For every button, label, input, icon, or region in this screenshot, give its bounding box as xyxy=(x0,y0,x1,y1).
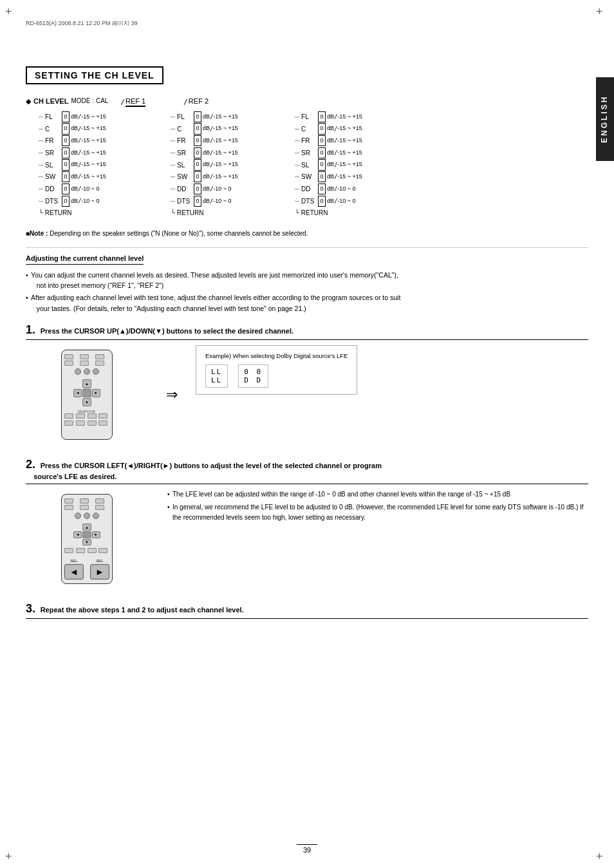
channels-grid: ─ FL 0 dB / -15 ~ +15 ─ C 0 dB / -15 ~ +… xyxy=(39,111,588,218)
crosshair-br xyxy=(596,850,609,863)
step1-text: Press the CURSOR UP(▲)/DOWN(▼) buttons t… xyxy=(41,327,293,335)
example-label: Example) When selecting Dolby Digital so… xyxy=(205,352,348,359)
sel-left-btn[interactable]: ◄ xyxy=(64,564,84,580)
step3-number: 3. xyxy=(26,602,35,615)
ref1-dts-row: ─ DTS 0 dB / -10 ~ 0 xyxy=(171,195,290,207)
cal-c-row: ─ C 0 dB / -15 ~ +15 xyxy=(39,123,158,135)
cal-dts-row: ─ DTS 0 dB / -10 ~ 0 xyxy=(39,195,158,207)
ref1-label: REF 1 xyxy=(126,97,145,107)
step2-top-buttons xyxy=(64,498,109,510)
cal-fl-row: ─ FL 0 dB / -15 ~ +15 xyxy=(39,111,158,123)
r-bottom-6 xyxy=(76,420,85,426)
remote-btn-6 xyxy=(95,361,104,366)
s2-nav-right[interactable]: ► xyxy=(92,531,100,538)
remote-top-buttons xyxy=(64,354,109,366)
s2-circle-1 xyxy=(75,513,81,519)
step1-header: 1. Press the CURSOR UP(▲)/DOWN(▼) button… xyxy=(26,323,588,340)
slash-ref2: / xyxy=(184,97,187,107)
ref1-fr-row: ─ FR 0 dB / -15 ~ +15 xyxy=(171,135,290,147)
step3-text: Repeat the above steps 1 and 2 to adjust… xyxy=(41,606,244,614)
nav-right-btn[interactable]: ► xyxy=(92,389,100,397)
remote-btn-2 xyxy=(80,354,89,359)
cal-sl-row: ─ SL 0 dB / -15 ~ +15 xyxy=(39,159,158,171)
s2-btn-1 xyxy=(64,498,73,504)
remote-bottom-btns xyxy=(64,413,109,419)
ref2-column: ─ FL 0 dB / -15 ~ +15 ─ C 0 dB / -15 ~ +… xyxy=(295,111,414,218)
remote-btn-5 xyxy=(80,361,89,366)
ch-level-label: CH LEVEL xyxy=(33,97,68,105)
s2-b-1 xyxy=(64,548,73,553)
ref2-fl-row: ─ FL 0 dB / -15 ~ +15 xyxy=(295,111,414,123)
step1-arrow: ⇒ xyxy=(166,386,178,403)
s2-nav-left[interactable]: ◄ xyxy=(73,531,82,538)
cal-column: ─ FL 0 dB / -15 ~ +15 ─ C 0 dB / -15 ~ +… xyxy=(39,111,158,218)
ref1-column: ─ FL 0 dB / -15 ~ +15 ─ C 0 dB / -15 ~ +… xyxy=(171,111,290,218)
ref2-sr-row: ─ SR 0 dB / -15 ~ +15 xyxy=(295,147,414,159)
step2-content: ▲ ◄ ► ▼ SEL ◄ xyxy=(26,489,588,589)
ref2-sl-row: ─ SL 0 dB / -15 ~ +15 xyxy=(295,159,414,171)
step2-notes: The LFE level can be adjusted within the… xyxy=(167,489,588,523)
nav-cross-step2: ▲ ◄ ► ▼ xyxy=(73,524,100,545)
diamond-icon: ◆ xyxy=(26,97,31,106)
s2-nav-up[interactable]: ▲ xyxy=(82,524,91,531)
remote-btn-4 xyxy=(64,361,73,366)
header-meta: RD-6513(A) 2008.8.21 12:20 PM 페이지 39 xyxy=(26,19,588,28)
r-bottom-3 xyxy=(88,413,97,419)
nav-left-btn[interactable]: ◄ xyxy=(73,389,82,397)
ref2-return-row: └ RETURN xyxy=(295,207,414,218)
english-label: ENGLISH xyxy=(600,95,609,143)
step2-section: 2. Press the CURSOR LEFT(◄)/RIGHT(►) but… xyxy=(26,458,588,589)
r-bottom-1 xyxy=(64,413,73,419)
remote-btn-1 xyxy=(64,354,73,359)
s2-circle-3 xyxy=(93,513,99,519)
adjusting-bullet-2: After adjusting each channel level with … xyxy=(26,292,588,314)
cal-sr-row: ─ SR 0 dB / -15 ~ +15 xyxy=(39,147,158,159)
step2-remote: ▲ ◄ ► ▼ SEL ◄ xyxy=(26,489,148,589)
ref2-label: REF 2 xyxy=(189,97,209,105)
ref1-dd-row: ─ DD 0 dB / -10 ~ 0 xyxy=(171,183,290,195)
ref2-dd-row: ─ DD 0 dB / -10 ~ 0 xyxy=(295,183,414,195)
ref1-sl-row: ─ SL 0 dB / -15 ~ +15 xyxy=(171,159,290,171)
step1-number: 1. xyxy=(26,323,35,336)
s2-btn-4 xyxy=(64,505,73,510)
lcd-display: LL LL 0 0 D D xyxy=(205,364,348,388)
s2-btn-2 xyxy=(80,498,89,504)
nav-center-btn[interactable] xyxy=(82,389,91,397)
r-bottom-2 xyxy=(76,413,85,419)
step2-note-2: In general, we recommend the LFE level t… xyxy=(167,502,588,523)
mode-value: : CAL xyxy=(92,97,108,104)
ref1-return-row: └ RETURN xyxy=(171,207,290,218)
ref1-sr-row: ─ SR 0 dB / -15 ~ +15 xyxy=(171,147,290,159)
s2-b-2 xyxy=(76,548,85,553)
adjusting-section: Adjusting the current channel level You … xyxy=(26,254,588,314)
slash-ref1: / xyxy=(121,97,124,107)
step2-note-1: The LFE level can be adjusted within the… xyxy=(167,489,588,500)
lcd-left: LL LL xyxy=(205,364,228,388)
step2-number: 2. xyxy=(26,458,35,471)
cal-dd-row: ─ DD 0 dB / -10 ~ 0 xyxy=(39,183,158,195)
sel-right-label: SEL xyxy=(96,559,103,563)
nav-up-btn[interactable]: ▲ xyxy=(82,379,91,388)
page-number: 39 xyxy=(297,844,317,855)
display-example-step1: Example) When selecting Dolby Digital so… xyxy=(196,345,357,395)
ref1-sw-row: ─ SW 0 dB / -15 ~ +15 xyxy=(171,171,290,183)
nav-cross-step1: ▲ ◄ ► ▼ xyxy=(73,379,100,406)
step2-header: 2. Press the CURSOR LEFT(◄)/RIGHT(►) but… xyxy=(26,458,588,484)
sel-right-btn[interactable]: ► xyxy=(90,564,109,580)
step3-section: 3. Repeat the above steps 1 and 2 to adj… xyxy=(26,602,588,619)
remote-body-step2: ▲ ◄ ► ▼ SEL ◄ xyxy=(61,494,113,584)
remote-circle-2 xyxy=(84,368,90,375)
s2-nav-center[interactable] xyxy=(82,531,91,538)
r-bottom-7 xyxy=(88,420,97,426)
s2-nav-down[interactable]: ▼ xyxy=(82,539,91,546)
note-section: ■Note : Depending on the speaker setting… xyxy=(26,230,588,237)
ref1-fl-row: ─ FL 0 dB / -15 ~ +15 xyxy=(171,111,290,123)
ch-level-section: ◆ CH LEVEL MODE : CAL / REF 1 / REF 2 ─ … xyxy=(26,97,588,218)
section-divider-1 xyxy=(26,247,588,248)
r-bottom-8 xyxy=(98,420,107,426)
mode-prefix: MODE xyxy=(71,97,90,104)
step1-remote: ▲ ◄ ► ▼ SEARCH M. xyxy=(26,345,148,445)
nav-down-btn[interactable]: ▼ xyxy=(82,398,91,406)
s2-btn-6 xyxy=(95,505,104,510)
s2-btn-5 xyxy=(80,505,89,510)
